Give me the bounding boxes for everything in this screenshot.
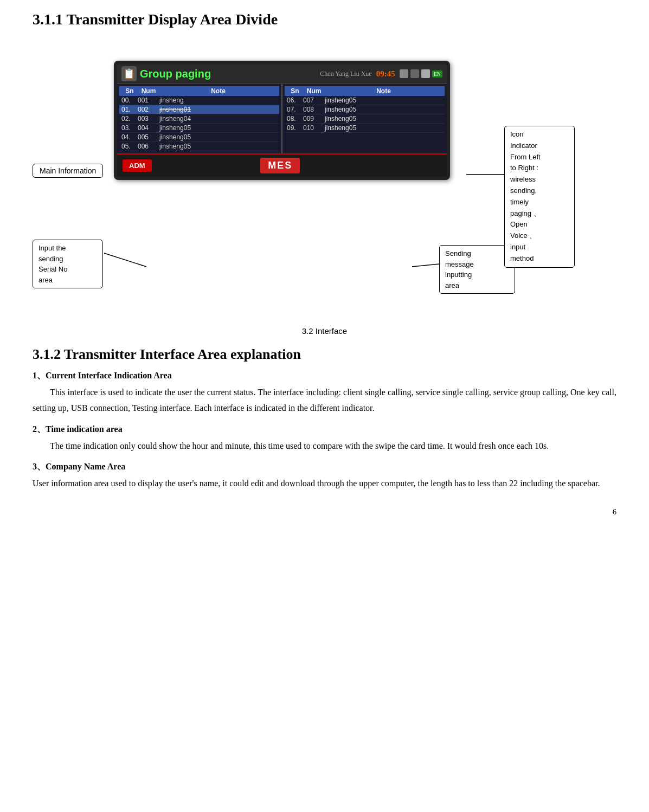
col-sn-left: Sn [121,87,138,95]
screen-time: 09:45 [376,69,395,79]
figure-caption: 3.2 Interface [33,326,616,336]
body-item1-label: 1、Current Interface Indication Area [33,370,616,382]
cell-sn: 09. [287,124,303,132]
screen-header: 📋 Group paging Chen Yang Liu Xue 09:45 E… [117,64,447,84]
screen-title: Group paging [140,68,211,80]
col-note-right: Note [325,87,442,95]
table-row: 07. 008 jinsheng05 [285,105,445,114]
col-sn-right: Sn [287,87,303,95]
screen-header-left: 📋 Group paging [121,66,211,81]
col-num-left: Num [138,87,159,95]
col-note-left: Note [159,87,277,95]
screen-inner: 📋 Group paging Chen Yang Liu Xue 09:45 E… [117,64,447,177]
cell-note: jinsheng05 [325,115,442,123]
cell-note: jinsheng04 [159,115,277,123]
screen-status-icon-2 [410,69,419,78]
cell-num: 004 [138,124,159,132]
screen-bottom-bar: ADM MES [117,153,447,177]
cell-sn: 07. [287,106,303,113]
screen-status-icons: EN [400,69,442,78]
cell-note: jinsheng [159,96,277,104]
table-row: 05. 006 jinsheng05 [119,142,279,151]
page-number: 6 [33,508,616,517]
screen-user-name: Chen Yang Liu Xue [320,70,371,78]
cell-note: jinsheng05 [159,133,277,141]
body-item2-text: The time indication only could show the … [33,439,616,454]
table-row: 09. 010 jinsheng05 [285,124,445,133]
screen-header-right: Chen Yang Liu Xue 09:45 EN [320,69,442,79]
table-row: 08. 009 jinsheng05 [285,114,445,124]
diagram-area: Current Interface User information Time … [33,39,616,321]
table-row: 04. 005 jinsheng05 [119,133,279,142]
cell-sn: 05. [121,143,138,150]
table-left-header: Sn Num Note [119,86,279,96]
table-row: 02. 003 jinsheng04 [119,114,279,124]
annotation-main-info: Main Information [33,164,103,178]
svg-line-5 [412,264,439,267]
screen-en-badge: EN [432,70,442,78]
cell-num: 001 [138,96,159,104]
cell-note: jinsheng05 [159,124,277,132]
subsection-title: 3.1.2 Transmitter Interface Area explana… [33,346,616,363]
table-right-header: Sn Num Note [285,86,445,96]
cell-num: 008 [303,106,325,113]
table-row: 03. 004 jinsheng05 [119,124,279,133]
table-row: 00. 001 jinsheng [119,96,279,105]
cell-sn: 00. [121,96,138,104]
annotation-icon-indicator: Icon Indicator From Left to Right : wire… [504,126,575,268]
cell-num: 005 [138,133,159,141]
cell-sn: 03. [121,124,138,132]
body-item1-text: This interface is used to indicate the u… [33,385,616,416]
col-num-right: Num [303,87,325,95]
cell-sn: 08. [287,115,303,123]
cell-num: 002 [138,106,159,113]
device-screen-wrapper: 📋 Group paging Chen Yang Liu Xue 09:45 E… [108,61,455,180]
cell-note: jinsheng05 [159,143,277,150]
cell-sn: 04. [121,133,138,141]
body-item3-text: User information area used to display th… [33,476,616,492]
screen-status-icon-3 [421,69,430,78]
screen-table-right: Sn Num Note 06. 007 jinsheng05 07. 008 [282,84,447,153]
screen-status-icon-1 [400,69,408,78]
cell-sn: 01. [121,106,138,113]
section-title: 3.1.1 Transmitter Display Area Divide [33,11,616,28]
annotation-serial-no: Input the sending Serial No area [33,240,103,288]
adm-button[interactable]: ADM [123,159,152,172]
body-item3-label: 3、Company Name Area [33,461,616,473]
cell-num: 007 [303,96,325,104]
cell-note: jinsheng05 [325,96,442,104]
mes-button[interactable]: MES [260,158,300,173]
cell-note: jinsheng05 [325,106,442,113]
cell-num: 010 [303,124,325,132]
screen-table-area: Sn Num Note 00. 001 jinsheng 01. 002 [117,84,447,153]
cell-sn: 02. [121,115,138,123]
cell-note: jinsheng01 [159,106,277,113]
cell-num: 006 [138,143,159,150]
svg-line-4 [104,253,146,267]
screen-app-icon: 📋 [121,66,137,81]
cell-sn: 06. [287,96,303,104]
cell-num: 003 [138,115,159,123]
device-screen: 📋 Group paging Chen Yang Liu Xue 09:45 E… [114,61,450,180]
table-row: 06. 007 jinsheng05 [285,96,445,105]
body-item2-label: 2、Time indication area [33,424,616,435]
table-row: 01. 002 jinsheng01 [119,105,279,114]
cell-num: 009 [303,115,325,123]
annotation-sending-msg: Sending message inputting area [439,245,515,294]
cell-note: jinsheng05 [325,124,442,132]
screen-table-left: Sn Num Note 00. 001 jinsheng 01. 002 [117,84,281,153]
